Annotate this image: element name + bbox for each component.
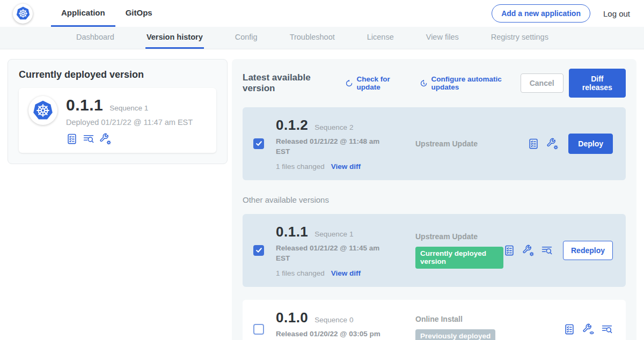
sequence-label: Sequence 1 [109,104,148,112]
schedule-icon [420,79,428,88]
previously-deployed-badge: Previously deployed [415,329,495,340]
checkmark-icon [255,140,262,147]
files-changed-label: 1 files changed [276,269,325,277]
version-source: Upstream Update [415,139,528,148]
other-available-versions-title: Other available versions [243,195,626,204]
refresh-icon [345,79,353,88]
configure-automatic-updates-link[interactable]: Configure automatic updates [420,75,520,91]
edit-config-icon[interactable] [546,138,558,150]
version-checkbox[interactable] [253,324,264,335]
add-application-button[interactable]: Add a new application [492,4,590,23]
version-actions [564,323,613,335]
diff-icon[interactable] [601,323,613,335]
released-timestamp: Released 01/21/22 @ 11:45 am EST [276,243,380,264]
source-label: Online Install [415,315,564,323]
release-notes-icon[interactable] [503,245,515,256]
subnav-tab-license[interactable]: License [366,27,395,49]
deployed-version-details: 0.1.1 Sequence 1 Deployed 01/21/22 @ 11:… [66,96,193,145]
check-for-update-label: Check for update [356,75,409,91]
diff-releases-button[interactable]: Diff releases [569,69,626,98]
version-row-0-1-2: 0.1.2 Sequence 2 Released 01/21/22 @ 11:… [243,107,626,180]
subnav-tab-registry-settings[interactable]: Registry settings [490,27,550,49]
kubernetes-icon [31,99,55,122]
view-diff-link[interactable]: View diff [331,162,361,171]
app-sub-nav: Dashboard Version history Config Trouble… [0,27,644,49]
version-number: 0.1.2 [276,117,308,134]
edit-config-icon[interactable] [99,133,111,145]
subnav-tab-config[interactable]: Config [234,27,259,49]
deployed-timestamp: Deployed 01/21/22 @ 11:47 am EST [66,118,193,127]
redeploy-button[interactable]: Redeploy [563,241,613,260]
deployed-version-card: 0.1.1 Sequence 1 Deployed 01/21/22 @ 11:… [19,88,216,153]
sequence-label: Sequence 2 [314,123,353,131]
released-timestamp: Released 01/21/22 @ 11:48 am EST [276,137,380,157]
release-notes-icon[interactable] [564,323,575,335]
content-area: Currently deployed version 0.1.1 Sequenc… [0,49,644,340]
version-checkbox[interactable] [253,245,264,256]
source-label: Upstream Update [415,232,503,241]
files-changed-label: 1 files changed [276,162,325,171]
available-versions-header: Latest available version Check for updat… [243,69,626,98]
version-info: 0.1.0 Sequence 0 Released 01/20/22 @ 03:… [276,309,390,340]
latest-available-title: Latest available version [243,72,334,94]
version-row-0-1-0: 0.1.0 Sequence 0 Released 01/20/22 @ 03:… [243,300,626,340]
version-actions: Deploy [528,134,613,154]
subnav-tab-version-history[interactable]: Version history [145,27,204,49]
version-source: Upstream Update Currently deployed versi… [415,232,503,269]
cancel-button[interactable]: Cancel [521,73,564,93]
version-number: 0.1.1 [66,96,103,114]
current-version-panel: Currently deployed version 0.1.1 Sequenc… [8,59,228,164]
logout-button[interactable]: Log out [603,9,630,18]
sequence-label: Sequence 1 [314,230,353,238]
available-versions-panel: Latest available version Check for updat… [232,59,636,340]
subnav-tab-troubleshoot[interactable]: Troubleshoot [289,27,336,49]
diff-icon[interactable] [541,245,553,256]
check-for-update-link[interactable]: Check for update [345,75,409,91]
kubernetes-icon [15,5,31,21]
version-number: 0.1.1 [276,224,308,240]
checkmark-icon [255,247,262,254]
version-source: Online Install Previously deployed [415,315,564,340]
configure-automatic-updates-label: Configure automatic updates [431,75,520,91]
view-diff-link[interactable]: View diff [331,269,361,277]
app-icon [28,96,57,125]
tab-gitops[interactable]: GitOps [115,0,163,27]
subnav-tab-dashboard[interactable]: Dashboard [75,27,115,49]
view-config-icon[interactable] [582,323,594,335]
current-version-title: Currently deployed version [19,69,216,80]
currently-deployed-badge: Currently deployed version [415,247,503,269]
release-notes-icon[interactable] [528,138,539,150]
version-row-0-1-1: 0.1.1 Sequence 1 Released 01/21/22 @ 11:… [243,214,626,287]
released-timestamp: Released 01/20/22 @ 03:05 pm EST [276,329,380,340]
tab-application[interactable]: Application [51,0,115,27]
diff-icon[interactable] [83,133,94,145]
sequence-label: Sequence 0 [314,316,353,324]
version-info: 0.1.2 Sequence 2 Released 01/21/22 @ 11:… [276,117,390,171]
release-notes-icon[interactable] [66,133,78,145]
edit-config-icon[interactable] [522,245,534,256]
version-actions: Redeploy [503,241,613,260]
app-logo [13,4,33,24]
source-label: Upstream Update [415,139,528,148]
top-nav: Application GitOps Add a new application… [0,0,644,27]
deploy-button[interactable]: Deploy [568,134,613,154]
version-info: 0.1.1 Sequence 1 Released 01/21/22 @ 11:… [276,224,390,277]
version-number: 0.1.0 [276,309,308,326]
subnav-tab-view-files[interactable]: View files [425,27,460,49]
version-checkbox[interactable] [253,138,264,149]
